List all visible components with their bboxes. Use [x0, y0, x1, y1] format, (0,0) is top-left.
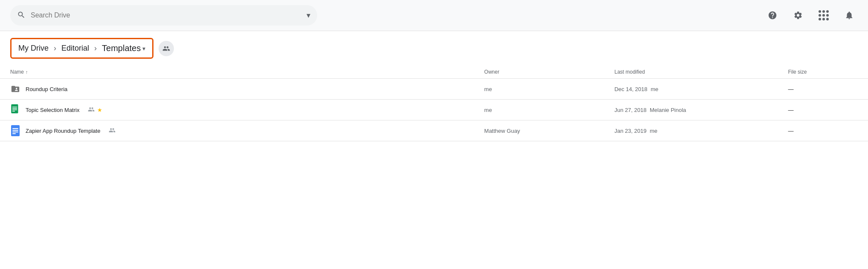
modified-roundup: Dec 14, 2018 me: [608, 79, 781, 100]
modified-zapier: Jan 23, 2019 me: [608, 120, 781, 141]
size-zapier: —: [781, 120, 868, 141]
sheets-icon: [10, 105, 20, 115]
docs-icon: [10, 126, 20, 136]
breadcrumb-row: My Drive › Editorial › Templates ▾: [0, 38, 868, 59]
header-right: [764, 7, 858, 24]
svg-rect-3: [12, 109, 17, 110]
svg-rect-2: [12, 108, 17, 109]
col-size-header[interactable]: File size: [781, 66, 868, 79]
svg-rect-1: [12, 107, 17, 108]
sort-arrow-icon[interactable]: ↑: [26, 69, 28, 74]
help-button[interactable]: [764, 7, 781, 24]
search-dropdown-icon[interactable]: ▾: [307, 11, 310, 20]
apps-button[interactable]: [815, 7, 832, 24]
notifications-button[interactable]: [841, 7, 858, 24]
search-bar[interactable]: ▾: [10, 5, 317, 26]
table-row[interactable]: Topic Selection Matrix ★ me Ju: [0, 100, 868, 120]
breadcrumb-container: My Drive › Editorial › Templates ▾: [10, 38, 153, 59]
size-topic: —: [781, 100, 868, 120]
modified-topic: Jun 27, 2018 Melanie Pinola: [608, 100, 781, 120]
col-modified-header[interactable]: Last modified: [608, 66, 781, 79]
col-name-header[interactable]: Name ↑: [0, 66, 477, 79]
file-table: Name ↑ Owner Last modified File size: [0, 66, 868, 141]
header: ▾: [0, 0, 868, 31]
svg-rect-8: [12, 132, 18, 132]
svg-rect-4: [12, 111, 15, 112]
table-row[interactable]: Zapier App Roundup Template Matthew Guay…: [0, 120, 868, 141]
star-icon-topic[interactable]: ★: [97, 107, 102, 113]
manage-members-button[interactable]: [159, 41, 174, 56]
owner-roundup: me: [477, 79, 608, 100]
file-name-topic-selection[interactable]: Topic Selection Matrix: [26, 107, 79, 113]
breadcrumb-separator-2: ›: [94, 44, 97, 53]
breadcrumb-editorial[interactable]: Editorial: [61, 44, 89, 53]
settings-button[interactable]: [790, 7, 807, 24]
file-name-zapier[interactable]: Zapier App Roundup Template: [26, 128, 100, 134]
svg-rect-9: [12, 133, 16, 134]
search-input[interactable]: [31, 11, 307, 19]
breadcrumb-dropdown-icon[interactable]: ▾: [142, 45, 145, 52]
svg-rect-7: [12, 130, 18, 131]
col-owner-header[interactable]: Owner: [477, 66, 608, 79]
file-name-roundup-criteria[interactable]: Roundup Criteria: [26, 86, 67, 92]
folder-shared-icon: [10, 84, 20, 94]
breadcrumb-my-drive[interactable]: My Drive: [18, 44, 49, 53]
owner-topic: me: [477, 100, 608, 120]
table-row[interactable]: Roundup Criteria me Dec 14, 2018 me —: [0, 79, 868, 100]
search-icon: [17, 11, 26, 20]
size-roundup: —: [781, 79, 868, 100]
shared-icon-topic: [88, 106, 95, 114]
breadcrumb-templates[interactable]: Templates ▾: [102, 43, 145, 53]
file-list: Name ↑ Owner Last modified File size: [0, 66, 868, 141]
breadcrumb-separator-1: ›: [54, 44, 56, 53]
shared-icon-zapier: [109, 127, 116, 135]
owner-zapier: Matthew Guay: [477, 120, 608, 141]
svg-rect-6: [12, 128, 18, 129]
